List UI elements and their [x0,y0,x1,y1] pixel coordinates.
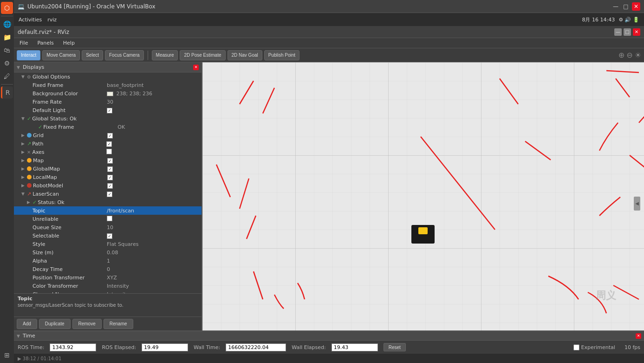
dock-text[interactable]: 🖊 [1,70,13,82]
topic-item[interactable]: Topic /front/scan [14,206,202,215]
focus-camera-btn[interactable]: Focus Camera [105,50,144,60]
pos-transformer-item[interactable]: Position Transformer XYZ [14,273,202,282]
global-options-item[interactable]: ▼ ⚙ Global Options [14,73,202,81]
publish-point-btn[interactable]: Publish Point [264,50,299,60]
path-item[interactable]: ▶ ↗ Path [14,139,202,148]
default-light-checkbox[interactable] [107,108,112,113]
dock-files[interactable]: 📁 [1,31,13,43]
selectable-item[interactable]: Selectable [14,231,202,240]
move-camera-btn[interactable]: Move Camera [42,50,80,60]
global-status-item[interactable]: ▼ ✓ Global Status: Ok [14,114,202,123]
fixed-frame-sub-item[interactable]: ✓ Fixed Frame OK [14,123,202,131]
alpha-item[interactable]: Alpha 1 [14,257,202,265]
robotmodel-check[interactable] [107,183,113,189]
vbox-minimize-btn[interactable]: — [611,2,620,11]
interact-btn[interactable]: Interact [17,50,40,60]
dock-firefox[interactable]: 🌐 [1,18,13,30]
queue-size-item[interactable]: Queue Size 10 [14,223,202,231]
app-indicator[interactable]: rviz [47,17,57,23]
grid-check[interactable] [107,133,113,139]
unreliable-item[interactable]: Unreliable [14,215,202,223]
toolbar-extra-3[interactable]: ☀ [635,51,641,59]
3d-view[interactable]: ◀ 周义 [202,62,644,330]
displays-panel[interactable]: ▼ ⚙ Global Options Fixed Frame base_foot… [14,73,202,293]
toolbar-extra-2[interactable]: ⊖ [626,51,632,59]
rviz-close-btn[interactable]: ✕ [633,28,640,36]
add-btn[interactable]: Add [17,319,37,329]
dock-extra[interactable]: ⊞ [1,349,13,361]
laserscan-status-item[interactable]: ▶ ✓ Status: Ok [14,198,202,206]
decay-time-item[interactable]: Decay Time 0 [14,265,202,273]
localmap-check[interactable] [107,175,113,180]
laserscan-check[interactable] [107,191,112,197]
experimental-label: Experimental [573,344,615,350]
rename-btn[interactable]: Rename [104,319,133,329]
selectable-check[interactable] [107,233,112,239]
nav-goal-btn[interactable]: 2D Nav Goal [228,50,262,60]
time-close-btn[interactable]: ✕ [636,333,641,339]
path-check[interactable] [106,141,112,147]
rviz-maximize-btn[interactable]: □ [624,28,631,36]
alpha-value: 1 [107,258,200,264]
globalmap-check[interactable] [107,166,113,172]
grid-arrow: ▶ [21,133,27,138]
grid-checkbox [107,132,200,139]
activities-button[interactable]: ⬡ [1,2,13,14]
menu-file[interactable]: File [16,39,32,47]
measure-btn[interactable]: Measure [152,50,178,60]
color-transformer-item[interactable]: Color Transformer Intensity [14,282,202,290]
robotmodel-item[interactable]: ▶ RobotModel [14,181,202,190]
datetime-display[interactable]: 8月 16 14:43 [582,16,615,23]
grid-label: Grid [33,132,107,139]
laserscan-item[interactable]: ▼ ↗ LaserScan [14,190,202,198]
path-icon: ↗ [27,141,31,147]
displays-header: ▼ Displays ✕ [14,62,202,73]
dock-appstore[interactable]: 🛍 [1,44,13,56]
grid-svg [202,62,644,330]
menu-help[interactable]: Help [59,39,78,47]
toolbar-extra-1[interactable]: ⊕ [618,51,624,59]
wall-time-label: Wall Time: [194,344,220,350]
remove-btn[interactable]: Remove [72,319,102,329]
style-item[interactable]: Style Flat Squares [14,240,202,248]
unreliable-checkbox [107,216,200,223]
dock-rviz[interactable]: R [1,86,13,99]
select-btn[interactable]: Select [82,50,103,60]
fixed-frame-item[interactable]: Fixed Frame base_footprint [14,81,202,89]
map-item[interactable]: ▶ Map [14,156,202,165]
system-tray[interactable]: ⚙ 🔊 🔋 [618,17,639,23]
experimental-checkbox[interactable] [573,344,579,350]
map-check[interactable] [107,158,113,164]
axes-item[interactable]: ▶ ✕ Axes [14,148,202,156]
robot-sensor [418,227,428,234]
channel-name-item[interactable]: Channel Name Intensity [14,290,202,293]
dock-settings[interactable]: ⚙ [1,57,13,69]
grid-item[interactable]: ▶ Grid [14,131,202,139]
vbox-maximize-btn[interactable]: □ [622,2,630,11]
menu-panels[interactable]: Panels [33,39,57,47]
pose-estimate-btn[interactable]: 2D Pose Estimate [180,50,225,60]
laserscan-label: LaserScan [33,191,107,197]
activities-label[interactable]: Activities [19,17,42,23]
unreliable-check[interactable] [107,216,112,221]
view-expand-arrow[interactable]: ◀ [634,197,640,211]
reset-btn[interactable]: Reset [384,343,406,351]
playback-status: ▶ 38:12 / 01:14:01 [18,356,61,361]
left-panel: ▼ Displays ✕ ▼ ⚙ Global Options Fi [14,62,202,330]
frame-rate-item[interactable]: Frame Rate 30 [14,98,202,106]
rviz-minimize-btn[interactable]: — [614,28,622,36]
localmap-item[interactable]: ▶ LocalMap [14,173,202,181]
axes-check[interactable] [106,149,112,154]
global-options-arrow: ▼ [21,74,27,79]
default-light-item[interactable]: Default Light [14,106,202,114]
background-color-label: Background Color [33,91,107,97]
vbox-close-btn[interactable]: ✕ [632,2,640,11]
localmap-label: LocalMap [33,174,107,180]
displays-close-btn[interactable]: ✕ [193,65,199,70]
size-item[interactable]: Size (m) 0.08 [14,248,202,257]
fixed-frame-label: Fixed Frame [33,82,107,88]
background-color-item[interactable]: Background Color 238; 238; 236 [14,89,202,98]
duplicate-btn[interactable]: Duplicate [39,319,71,329]
globalmap-item[interactable]: ▶ GlobalMap [14,165,202,173]
green-check-icon: ✓ [27,116,31,122]
